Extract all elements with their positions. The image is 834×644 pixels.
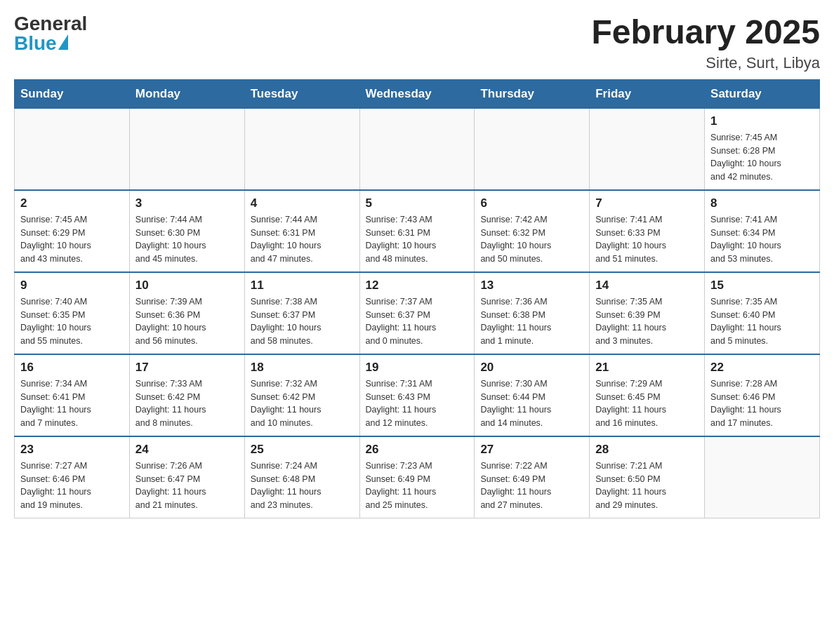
day-info: Sunrise: 7:35 AM Sunset: 6:39 PM Dayligh… bbox=[595, 295, 699, 348]
day-number: 12 bbox=[366, 279, 469, 293]
day-info: Sunrise: 7:30 AM Sunset: 6:44 PM Dayligh… bbox=[480, 377, 583, 430]
table-row: 14Sunrise: 7:35 AM Sunset: 6:39 PM Dayli… bbox=[590, 272, 705, 354]
day-info: Sunrise: 7:45 AM Sunset: 6:28 PM Dayligh… bbox=[710, 131, 814, 184]
table-row: 11Sunrise: 7:38 AM Sunset: 6:37 PM Dayli… bbox=[244, 272, 359, 354]
day-number: 6 bbox=[480, 196, 583, 210]
table-row bbox=[244, 108, 359, 190]
header-saturday: Saturday bbox=[705, 79, 820, 108]
calendar-table: Sunday Monday Tuesday Wednesday Thursday… bbox=[14, 79, 820, 518]
header-wednesday: Wednesday bbox=[359, 79, 475, 108]
day-info: Sunrise: 7:38 AM Sunset: 6:37 PM Dayligh… bbox=[251, 295, 354, 348]
day-number: 19 bbox=[366, 361, 469, 375]
day-info: Sunrise: 7:21 AM Sunset: 6:50 PM Dayligh… bbox=[595, 459, 699, 512]
month-title: February 2025 bbox=[591, 14, 820, 51]
table-row: 15Sunrise: 7:35 AM Sunset: 6:40 PM Dayli… bbox=[705, 272, 820, 354]
table-row: 1Sunrise: 7:45 AM Sunset: 6:28 PM Daylig… bbox=[705, 108, 820, 190]
day-info: Sunrise: 7:31 AM Sunset: 6:43 PM Dayligh… bbox=[366, 377, 469, 430]
day-info: Sunrise: 7:26 AM Sunset: 6:47 PM Dayligh… bbox=[135, 459, 239, 512]
day-number: 4 bbox=[251, 196, 354, 210]
day-number: 11 bbox=[251, 279, 354, 293]
table-row: 12Sunrise: 7:37 AM Sunset: 6:37 PM Dayli… bbox=[359, 272, 475, 354]
day-info: Sunrise: 7:40 AM Sunset: 6:35 PM Dayligh… bbox=[20, 295, 124, 348]
calendar-header-row: Sunday Monday Tuesday Wednesday Thursday… bbox=[15, 79, 820, 108]
day-info: Sunrise: 7:44 AM Sunset: 6:31 PM Dayligh… bbox=[251, 213, 354, 266]
day-number: 2 bbox=[20, 196, 124, 210]
header-friday: Friday bbox=[590, 79, 705, 108]
day-number: 10 bbox=[135, 279, 239, 293]
day-number: 26 bbox=[366, 443, 469, 457]
table-row: 23Sunrise: 7:27 AM Sunset: 6:46 PM Dayli… bbox=[15, 436, 130, 518]
logo-general-text: General bbox=[14, 14, 87, 34]
day-number: 14 bbox=[595, 279, 699, 293]
table-row: 16Sunrise: 7:34 AM Sunset: 6:41 PM Dayli… bbox=[15, 354, 130, 436]
table-row: 2Sunrise: 7:45 AM Sunset: 6:29 PM Daylig… bbox=[15, 190, 130, 272]
day-info: Sunrise: 7:37 AM Sunset: 6:37 PM Dayligh… bbox=[366, 295, 469, 348]
header-sunday: Sunday bbox=[15, 79, 130, 108]
day-info: Sunrise: 7:29 AM Sunset: 6:45 PM Dayligh… bbox=[595, 377, 699, 430]
day-number: 9 bbox=[20, 279, 124, 293]
header-monday: Monday bbox=[129, 79, 244, 108]
table-row: 24Sunrise: 7:26 AM Sunset: 6:47 PM Dayli… bbox=[129, 436, 244, 518]
table-row: 8Sunrise: 7:41 AM Sunset: 6:34 PM Daylig… bbox=[705, 190, 820, 272]
logo: General Blue bbox=[14, 14, 87, 53]
table-row bbox=[129, 108, 244, 190]
day-info: Sunrise: 7:36 AM Sunset: 6:38 PM Dayligh… bbox=[480, 295, 583, 348]
day-info: Sunrise: 7:23 AM Sunset: 6:49 PM Dayligh… bbox=[366, 459, 469, 512]
table-row: 7Sunrise: 7:41 AM Sunset: 6:33 PM Daylig… bbox=[590, 190, 705, 272]
day-info: Sunrise: 7:44 AM Sunset: 6:30 PM Dayligh… bbox=[135, 213, 239, 266]
table-row: 22Sunrise: 7:28 AM Sunset: 6:46 PM Dayli… bbox=[705, 354, 820, 436]
title-block: February 2025 Sirte, Surt, Libya bbox=[591, 14, 820, 72]
day-number: 18 bbox=[251, 361, 354, 375]
day-info: Sunrise: 7:32 AM Sunset: 6:42 PM Dayligh… bbox=[251, 377, 354, 430]
table-row: 20Sunrise: 7:30 AM Sunset: 6:44 PM Dayli… bbox=[475, 354, 590, 436]
day-number: 23 bbox=[20, 443, 124, 457]
day-number: 24 bbox=[135, 443, 239, 457]
day-info: Sunrise: 7:34 AM Sunset: 6:41 PM Dayligh… bbox=[20, 377, 124, 430]
day-info: Sunrise: 7:39 AM Sunset: 6:36 PM Dayligh… bbox=[135, 295, 239, 348]
day-info: Sunrise: 7:41 AM Sunset: 6:34 PM Dayligh… bbox=[710, 213, 814, 266]
day-info: Sunrise: 7:35 AM Sunset: 6:40 PM Dayligh… bbox=[710, 295, 814, 348]
table-row: 3Sunrise: 7:44 AM Sunset: 6:30 PM Daylig… bbox=[129, 190, 244, 272]
table-row: 5Sunrise: 7:43 AM Sunset: 6:31 PM Daylig… bbox=[359, 190, 475, 272]
day-number: 17 bbox=[135, 361, 239, 375]
table-row: 25Sunrise: 7:24 AM Sunset: 6:48 PM Dayli… bbox=[244, 436, 359, 518]
table-row: 4Sunrise: 7:44 AM Sunset: 6:31 PM Daylig… bbox=[244, 190, 359, 272]
day-number: 13 bbox=[480, 279, 583, 293]
table-row: 21Sunrise: 7:29 AM Sunset: 6:45 PM Dayli… bbox=[590, 354, 705, 436]
table-row: 28Sunrise: 7:21 AM Sunset: 6:50 PM Dayli… bbox=[590, 436, 705, 518]
day-number: 28 bbox=[595, 443, 699, 457]
day-number: 25 bbox=[251, 443, 354, 457]
table-row: 13Sunrise: 7:36 AM Sunset: 6:38 PM Dayli… bbox=[475, 272, 590, 354]
day-info: Sunrise: 7:45 AM Sunset: 6:29 PM Dayligh… bbox=[20, 213, 124, 266]
table-row bbox=[475, 108, 590, 190]
day-number: 22 bbox=[710, 361, 814, 375]
day-info: Sunrise: 7:42 AM Sunset: 6:32 PM Dayligh… bbox=[480, 213, 583, 266]
day-number: 5 bbox=[366, 196, 469, 210]
page-header: General Blue February 2025 Sirte, Surt, … bbox=[14, 14, 820, 72]
day-info: Sunrise: 7:41 AM Sunset: 6:33 PM Dayligh… bbox=[595, 213, 699, 266]
day-info: Sunrise: 7:33 AM Sunset: 6:42 PM Dayligh… bbox=[135, 377, 239, 430]
table-row: 26Sunrise: 7:23 AM Sunset: 6:49 PM Dayli… bbox=[359, 436, 475, 518]
table-row bbox=[590, 108, 705, 190]
header-tuesday: Tuesday bbox=[244, 79, 359, 108]
logo-triangle-icon bbox=[58, 34, 68, 50]
logo-blue-text: Blue bbox=[14, 34, 68, 53]
table-row: 9Sunrise: 7:40 AM Sunset: 6:35 PM Daylig… bbox=[15, 272, 130, 354]
table-row: 19Sunrise: 7:31 AM Sunset: 6:43 PM Dayli… bbox=[359, 354, 475, 436]
location-label: Sirte, Surt, Libya bbox=[591, 54, 820, 72]
day-number: 3 bbox=[135, 196, 239, 210]
day-number: 21 bbox=[595, 361, 699, 375]
day-number: 1 bbox=[710, 114, 814, 128]
table-row bbox=[705, 436, 820, 518]
table-row: 27Sunrise: 7:22 AM Sunset: 6:49 PM Dayli… bbox=[475, 436, 590, 518]
day-info: Sunrise: 7:43 AM Sunset: 6:31 PM Dayligh… bbox=[366, 213, 469, 266]
day-number: 16 bbox=[20, 361, 124, 375]
day-number: 7 bbox=[595, 196, 699, 210]
day-info: Sunrise: 7:27 AM Sunset: 6:46 PM Dayligh… bbox=[20, 459, 124, 512]
day-info: Sunrise: 7:22 AM Sunset: 6:49 PM Dayligh… bbox=[480, 459, 583, 512]
table-row: 18Sunrise: 7:32 AM Sunset: 6:42 PM Dayli… bbox=[244, 354, 359, 436]
header-thursday: Thursday bbox=[475, 79, 590, 108]
day-number: 27 bbox=[480, 443, 583, 457]
table-row: 17Sunrise: 7:33 AM Sunset: 6:42 PM Dayli… bbox=[129, 354, 244, 436]
table-row: 6Sunrise: 7:42 AM Sunset: 6:32 PM Daylig… bbox=[475, 190, 590, 272]
